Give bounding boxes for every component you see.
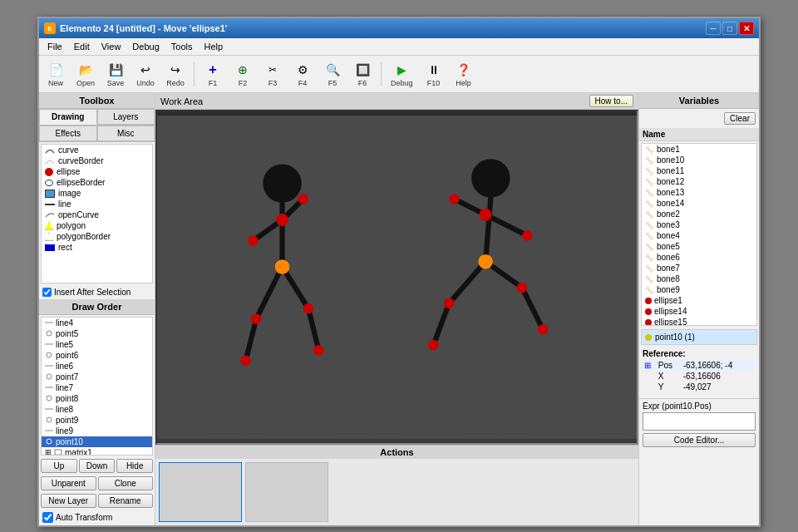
point6-icon — [45, 352, 53, 358]
draw-item-point8[interactable]: point8 — [42, 393, 152, 404]
tool-curveborder[interactable]: curveBorder — [42, 155, 152, 166]
draw-item-point6[interactable]: point6 — [42, 350, 152, 361]
toolbar-new[interactable]: 📄 New — [42, 58, 69, 90]
auto-transform-checkbox[interactable] — [42, 512, 53, 523]
draw-item-line4[interactable]: line4 — [42, 318, 152, 328]
menu-file[interactable]: File — [42, 40, 67, 53]
var-bone2[interactable]: 🦴 bone2 — [642, 209, 756, 219]
toolbar-f10[interactable]: ⏸ F10 — [421, 58, 447, 90]
draw-item-point5[interactable]: point5 — [42, 328, 152, 339]
draw-item-point10[interactable]: point10 — [42, 436, 152, 447]
toolbar-f5[interactable]: 🔍 F5 — [319, 58, 346, 90]
new-icon: 📄 — [47, 61, 65, 79]
draw-order-list[interactable]: line4 point5 line5 point6 line6 — [41, 317, 153, 456]
point8-icon — [45, 395, 53, 401]
tool-polygon[interactable]: polygon — [42, 220, 152, 231]
draw-item-line9[interactable]: line9 — [42, 426, 152, 436]
draw-item-line6[interactable]: line6 — [42, 361, 152, 372]
draw-item-point9[interactable]: point9 — [42, 415, 152, 426]
var-bone9[interactable]: 🦴 bone9 — [642, 284, 756, 295]
draw-item-line7[interactable]: line7 — [42, 382, 152, 393]
clear-button[interactable]: Clear — [724, 112, 756, 125]
toolbar-f4[interactable]: ⚙ F4 — [289, 58, 316, 90]
bone14-icon: 🦴 — [645, 200, 654, 208]
tool-curve[interactable]: curve — [42, 145, 152, 155]
pos-row: ⊞ Pos -63,16606; -4 — [643, 360, 756, 371]
menu-edit[interactable]: Edit — [69, 40, 95, 53]
expr-input[interactable] — [643, 412, 756, 431]
var-bone11[interactable]: 🦴 bone11 — [642, 165, 756, 176]
close-button[interactable]: ✕ — [739, 22, 754, 35]
y-label: Y — [657, 382, 682, 392]
toolbar-f6[interactable]: 🔲 F6 — [349, 58, 376, 90]
menu-tools[interactable]: Tools — [166, 40, 198, 53]
menu-debug[interactable]: Debug — [127, 40, 164, 53]
toolbar-redo[interactable]: ↪ Redo — [162, 58, 189, 90]
draw-item-line8[interactable]: line8 — [42, 404, 152, 415]
how-to-button[interactable]: How to... — [589, 95, 633, 107]
tool-image[interactable]: image — [42, 188, 152, 199]
thumbnail-2[interactable] — [245, 462, 328, 522]
toolbar-open[interactable]: 📂 Open — [72, 58, 99, 90]
toolbar-f2[interactable]: ⊕ F2 — [229, 58, 256, 90]
y-row: Y -49,027 — [643, 382, 756, 392]
toolbox-list[interactable]: curve curveBorder ellipse ellipseBorder … — [41, 144, 153, 283]
variables-list-header: Name — [639, 128, 759, 141]
minimize-button[interactable]: ─ — [706, 22, 721, 35]
tab-misc[interactable]: Misc — [97, 126, 155, 141]
var-bone7[interactable]: 🦴 bone7 — [642, 263, 756, 273]
var-bone12[interactable]: 🦴 bone12 — [642, 176, 756, 187]
rename-button[interactable]: Rename — [98, 494, 154, 508]
var-bone10[interactable]: 🦴 bone10 — [642, 155, 756, 165]
var-ellipse1[interactable]: ellipse1 — [642, 295, 756, 306]
var-bone1[interactable]: 🦴 bone1 — [642, 144, 756, 155]
tab-effects[interactable]: Effects — [39, 126, 97, 141]
var-bone14[interactable]: 🦴 bone14 — [642, 198, 756, 209]
tool-rect[interactable]: rect — [42, 242, 152, 253]
var-bone6[interactable]: 🦴 bone6 — [642, 252, 756, 263]
variables-list[interactable]: 🦴 bone1 🦴 bone10 🦴 bone11 🦴 bone12 🦴 — [641, 143, 757, 326]
var-ellipse15[interactable]: ellipse15 — [642, 317, 756, 326]
svg-point-28 — [251, 313, 262, 324]
title-bar: E Elemento 24 [untitled] - Move 'ellipse… — [39, 18, 759, 38]
thumbnail-1[interactable] — [159, 462, 242, 522]
new-layer-button[interactable]: New Layer — [41, 494, 96, 508]
svg-point-24 — [276, 214, 288, 226]
curveborder-icon — [45, 157, 55, 165]
hide-button[interactable]: Hide — [116, 459, 153, 473]
up-button[interactable]: Up — [41, 459, 77, 473]
variables-title: Variables — [639, 93, 759, 109]
pos-expand-icon[interactable]: ⊞ — [644, 361, 651, 370]
draw-item-point7[interactable]: point7 — [42, 372, 152, 382]
work-area-canvas[interactable] — [155, 110, 638, 445]
toolbar-f1[interactable]: + F1 — [200, 58, 226, 90]
toolbar-save[interactable]: 💾 Save — [102, 58, 129, 90]
unparent-button[interactable]: Unparent — [41, 476, 96, 490]
var-bone8[interactable]: 🦴 bone8 — [642, 273, 756, 284]
tab-drawing[interactable]: Drawing — [39, 109, 97, 125]
toolbar-debug[interactable]: ▶ Debug — [387, 58, 417, 90]
tool-opencurve[interactable]: openCurve — [42, 209, 152, 220]
var-bone13[interactable]: 🦴 bone13 — [642, 187, 756, 198]
down-button[interactable]: Down — [79, 459, 116, 473]
var-bone3[interactable]: 🦴 bone3 — [642, 219, 756, 230]
tool-line[interactable]: line — [42, 199, 152, 209]
draw-item-line5[interactable]: line5 — [42, 339, 152, 350]
tab-layers[interactable]: Layers — [97, 109, 155, 125]
tool-polygonborder[interactable]: polygonBorder — [42, 231, 152, 242]
draw-item-matrix1[interactable]: ⊞ matrix1 — [42, 447, 152, 456]
menu-help[interactable]: Help — [199, 40, 228, 53]
clone-button[interactable]: Clone — [98, 476, 154, 490]
var-bone5[interactable]: 🦴 bone5 — [642, 241, 756, 252]
code-editor-button[interactable]: Code Editor... — [643, 433, 756, 447]
insert-after-selection-checkbox[interactable] — [42, 288, 52, 297]
menu-view[interactable]: View — [96, 40, 126, 53]
toolbar-help[interactable]: ❓ Help — [451, 58, 477, 90]
var-ellipse14[interactable]: ellipse14 — [642, 306, 756, 317]
tool-ellipse[interactable]: ellipse — [42, 166, 152, 177]
toolbar-f3[interactable]: ✂ F3 — [259, 58, 286, 90]
toolbar-undo[interactable]: ↩ Undo — [132, 58, 159, 90]
var-bone4[interactable]: 🦴 bone4 — [642, 230, 756, 241]
maximize-button[interactable]: □ — [722, 22, 737, 35]
tool-ellipseborder[interactable]: ellipseBorder — [42, 177, 152, 188]
